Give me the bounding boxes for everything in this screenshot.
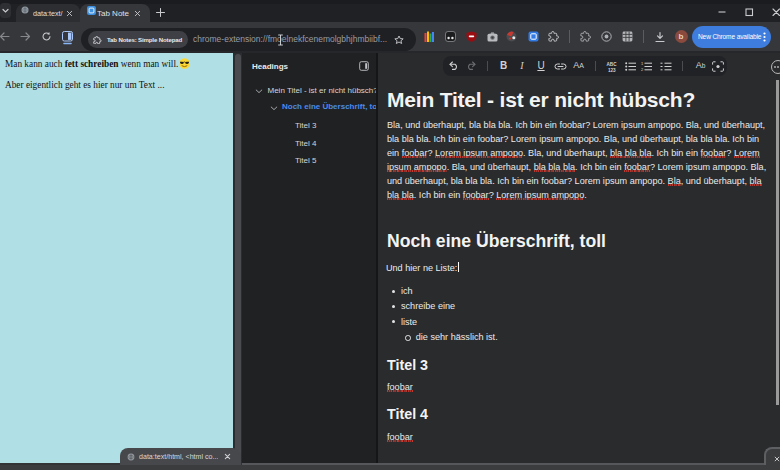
svg-text:ABC: ABC (607, 61, 618, 66)
svg-text:1: 1 (641, 62, 644, 66)
svg-text:123: 123 (608, 67, 616, 71)
svg-text:2: 2 (641, 67, 644, 71)
